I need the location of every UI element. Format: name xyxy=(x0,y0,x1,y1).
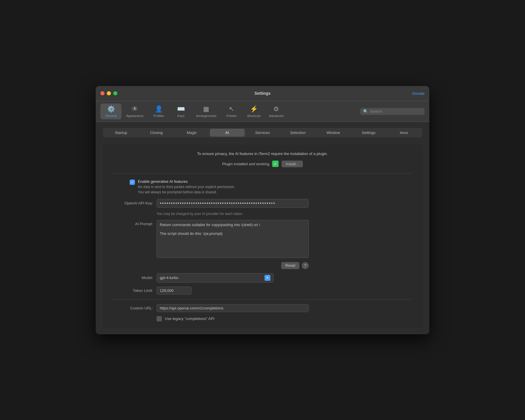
traffic-lights xyxy=(100,91,117,95)
tab-ai[interactable]: AI xyxy=(210,129,245,137)
legacy-api-label: Use legacy “completions” API xyxy=(165,316,215,321)
toolbar-item-arrangements[interactable]: ▦ Arrangements xyxy=(193,104,220,119)
tab-services[interactable]: Services xyxy=(245,129,280,137)
eye-icon: 👁 xyxy=(132,105,138,113)
custom-url-label: Custom URL: xyxy=(112,306,153,310)
enable-ai-label: Enable generative AI features xyxy=(138,179,235,184)
custom-url-input[interactable] xyxy=(157,304,309,312)
ai-panel: To ensure privacy, the AI features in iT… xyxy=(103,144,422,328)
prompt-textarea[interactable]: Return commands suitable for copy/pastin… xyxy=(157,220,309,258)
prompt-actions: Reset ? xyxy=(157,262,309,269)
tab-magic[interactable]: Magic xyxy=(174,129,209,137)
enable-ai-text-block: Enable generative AI features No data is… xyxy=(138,179,235,194)
toolbar-label-advanced: Advanced xyxy=(269,114,283,118)
toolbar-label-general: General xyxy=(105,114,116,118)
person-icon: 👤 xyxy=(155,105,163,113)
enable-ai-subtext1: No data is sent to third parties without… xyxy=(138,185,235,189)
content-area: Startup Closing Magic AI Services Select… xyxy=(96,122,429,334)
legacy-api-row: Use legacy “completions” API xyxy=(112,316,413,321)
api-key-label: OpenAI API Key: xyxy=(112,201,153,205)
model-label: Model: xyxy=(112,276,153,280)
toolbar-label-appearance: Appearance xyxy=(126,114,143,118)
model-chevron-icon: ▾ xyxy=(265,275,270,281)
window-title: Settings xyxy=(254,91,270,96)
keyboard-icon: ⌨️ xyxy=(177,105,185,113)
install-button[interactable]: Install... xyxy=(282,161,303,167)
toolbar-item-shortcuts[interactable]: ⚡ Shortcuts xyxy=(243,104,264,119)
api-key-row: OpenAI API Key: xyxy=(112,199,413,208)
search-box: 🔍 xyxy=(360,108,425,115)
arrangements-icon: ▦ xyxy=(203,105,209,113)
help-button[interactable]: ? xyxy=(302,262,309,269)
toolbar-item-keys[interactable]: ⌨️ Keys xyxy=(170,104,191,119)
minimize-button[interactable] xyxy=(107,91,111,95)
api-key-input[interactable] xyxy=(157,199,309,208)
tab-window[interactable]: Window xyxy=(316,129,351,137)
toolbar-label-keys: Keys xyxy=(177,114,184,118)
zoom-button[interactable] xyxy=(113,91,117,95)
model-select[interactable]: gpt-4-turbo ▾ xyxy=(157,273,274,283)
settings-window: Settings Donate ⚙️ General 👁 Appearance … xyxy=(96,86,429,334)
model-value: gpt-4-turbo xyxy=(160,276,179,280)
toolbar-label-arrangements: Arrangements xyxy=(196,114,216,118)
pointer-icon: ↖ xyxy=(229,105,234,113)
token-limit-label: Token Limit: xyxy=(112,288,153,293)
model-row: Model: gpt-4-turbo ▾ xyxy=(112,273,413,283)
enable-ai-subtext2: You will always be prompted before data … xyxy=(138,190,235,194)
tab-selection[interactable]: Selection xyxy=(280,129,315,137)
api-key-note: You may be charged by your AI provider f… xyxy=(112,212,413,216)
titlebar: Settings Donate xyxy=(96,86,429,101)
toolbar-label-profiles: Profiles xyxy=(153,114,164,118)
prompt-row: AI Prompt: Return commands suitable for … xyxy=(112,220,413,258)
search-icon: 🔍 xyxy=(363,109,368,114)
tab-tmux[interactable]: tmux xyxy=(387,129,421,137)
lightning-icon: ⚡ xyxy=(250,105,258,113)
plugin-status-label: Plugin installed and working xyxy=(222,162,269,166)
toolbar-item-advanced[interactable]: ⚙ Advanced xyxy=(265,104,287,119)
custom-url-row: Custom URL: xyxy=(112,304,413,312)
token-limit-row: Token Limit: xyxy=(112,287,413,295)
toolbar-label-pointer: Pointer xyxy=(227,114,237,118)
enable-ai-row: ✓ Enable generative AI features No data … xyxy=(112,179,413,194)
divider xyxy=(112,299,413,299)
toolbar-item-profiles[interactable]: 👤 Profiles xyxy=(148,104,169,119)
toolbar-item-appearance[interactable]: 👁 Appearance xyxy=(123,104,147,119)
token-limit-input[interactable] xyxy=(157,287,192,295)
legacy-api-checkbox[interactable] xyxy=(157,316,162,321)
donate-link[interactable]: Donate xyxy=(412,91,425,96)
plugin-status-row: Plugin installed and working ✓ Install..… xyxy=(112,161,413,173)
toolbar-item-general[interactable]: ⚙️ General xyxy=(100,104,121,119)
prompt-label: AI Prompt: xyxy=(112,222,153,226)
tab-startup[interactable]: Startup xyxy=(104,129,138,137)
tab-closing[interactable]: Closing xyxy=(139,129,174,137)
toolbar-item-pointer[interactable]: ↖ Pointer xyxy=(221,104,242,119)
tabs-row: Startup Closing Magic AI Services Select… xyxy=(103,128,422,137)
close-button[interactable] xyxy=(100,91,104,95)
search-input[interactable] xyxy=(370,109,422,113)
advanced-icon: ⚙ xyxy=(273,105,279,113)
plugin-notice: To ensure privacy, the AI features in iT… xyxy=(112,152,413,156)
gear-icon: ⚙️ xyxy=(107,105,115,113)
toolbar: ⚙️ General 👁 Appearance 👤 Profiles ⌨️ Ke… xyxy=(96,101,429,122)
tab-settings[interactable]: Settings xyxy=(351,129,386,137)
toolbar-label-shortcuts: Shortcuts xyxy=(247,114,260,118)
enable-ai-checkbox[interactable]: ✓ xyxy=(130,180,135,185)
reset-button[interactable]: Reset xyxy=(281,262,299,269)
plugin-installed-checkmark: ✓ xyxy=(272,161,279,167)
